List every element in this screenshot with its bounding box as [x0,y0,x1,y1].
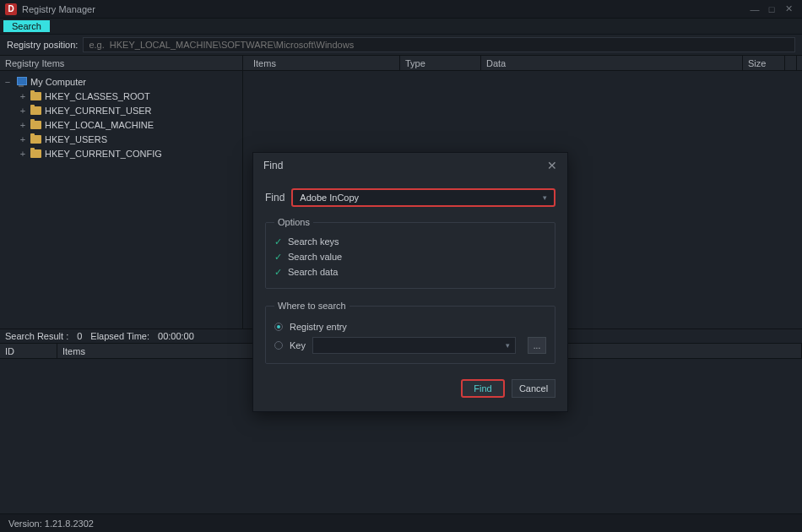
version-label: Version: [8,518,42,529]
check-icon: ✓ [274,252,283,263]
tree-item-hkcr[interactable]: + HKEY_CLASSES_ROOT [3,89,239,103]
pathbar: Registry position: [0,35,802,55]
expand-icon[interactable]: + [19,134,27,144]
window-title: Registry Manager [22,4,95,14]
tree-item-label: HKEY_USERS [45,134,107,144]
folder-icon [30,121,41,129]
app-icon: D [5,3,17,15]
registry-position-label: Registry position: [7,40,78,50]
checkbox-search-value[interactable]: ✓ Search value [274,249,546,264]
radio-icon [274,323,283,331]
version-value: 1.21.8.2302 [45,518,94,529]
tree-item-hku[interactable]: + HKEY_USERS [3,132,239,146]
maximize-button[interactable]: □ [763,4,780,14]
col-type[interactable]: Type [400,56,481,71]
folder-icon [30,149,41,158]
options-fieldset: Options ✓ Search keys ✓ Search value ✓ S… [265,217,555,289]
col-size[interactable]: Size [743,56,785,71]
find-label: Find [265,192,284,204]
tree-item-hkcu[interactable]: + HKEY_CURRENT_USER [3,103,239,117]
computer-icon [15,77,27,87]
registry-tree: Registry Items − My Computer + HKEY_CLAS… [0,56,243,328]
expand-icon[interactable]: + [19,120,27,130]
tabbar: Search [0,19,802,35]
result-col-id[interactable]: ID [0,344,57,358]
radio-label: Registry entry [290,322,347,332]
find-button[interactable]: Find [461,379,505,398]
where-legend: Where to search [274,301,350,311]
tree-item-label: HKEY_CURRENT_CONFIG [45,149,162,159]
folder-icon [30,92,41,100]
statusbar: Version: 1.21.8.2302 [0,513,802,532]
dialog-buttons: Find Cancel [265,376,555,403]
col-spacer [785,56,797,71]
tree-item-hklm[interactable]: + HKEY_LOCAL_MACHINE [3,117,239,132]
find-value: Adobe InCopy [300,193,359,203]
check-icon: ✓ [274,267,283,278]
col-data[interactable]: Data [481,56,743,71]
search-result-label: Search Result : [5,331,68,341]
close-window-button[interactable]: ✕ [780,3,797,14]
checkbox-label: Search value [288,252,342,262]
tree-item-label: HKEY_CURRENT_USER [45,106,152,116]
checkbox-search-keys[interactable]: ✓ Search keys [274,234,546,249]
tree-item-hkcc[interactable]: + HKEY_CURRENT_CONFIG [3,146,239,160]
registry-position-input[interactable] [83,37,795,52]
key-picker-button[interactable]: ... [528,337,546,354]
elapsed-time-label: Elapsed Time: [90,331,149,341]
chevron-down-icon[interactable]: ▾ [543,193,547,202]
collapse-icon[interactable]: − [3,77,12,87]
titlebar: D Registry Manager — □ ✕ [0,0,802,19]
check-icon: ✓ [274,236,283,247]
list-header: Items Type Data Size [243,56,802,71]
key-select[interactable]: ▾ [312,337,516,354]
folder-icon [30,135,41,144]
tree-item-label: HKEY_LOCAL_MACHINE [45,120,154,130]
tree-header: Registry Items [0,56,242,71]
dialog-close-icon[interactable]: ✕ [547,159,557,172]
dialog-title: Find [263,160,283,171]
checkbox-label: Search data [288,267,338,277]
radio-registry-entry[interactable]: Registry entry [274,318,546,336]
minimize-button[interactable]: — [746,4,763,14]
tree-item-label: HKEY_CLASSES_ROOT [45,91,150,101]
expand-icon[interactable]: + [19,149,27,159]
radio-key[interactable]: Key ▾ ... [274,336,546,355]
find-dialog: Find ✕ Find Adobe InCopy ▾ Options ✓ Sea… [252,152,568,412]
where-fieldset: Where to search Registry entry Key ▾ ... [265,301,555,364]
dialog-titlebar: Find ✕ [253,153,567,178]
checkbox-search-data[interactable]: ✓ Search data [274,264,546,280]
search-result-count: 0 [77,331,82,341]
chevron-down-icon[interactable]: ▾ [506,341,510,350]
col-items[interactable]: Items [248,56,400,71]
folder-icon [30,106,41,115]
tab-search[interactable]: Search [3,20,50,32]
radio-label: Key [290,340,306,350]
checkbox-label: Search keys [288,236,339,247]
tree-body: − My Computer + HKEY_CLASSES_ROOT + HKEY… [0,71,242,164]
expand-icon[interactable]: + [19,106,27,116]
tree-root[interactable]: − My Computer [3,74,239,89]
cancel-button[interactable]: Cancel [512,379,555,398]
expand-icon[interactable]: + [19,91,27,101]
find-input[interactable]: Adobe InCopy ▾ [291,188,555,207]
options-legend: Options [274,217,313,227]
elapsed-time-value: 00:00:00 [158,331,194,341]
find-row: Find Adobe InCopy ▾ [265,188,555,207]
tree-root-label: My Computer [30,77,86,87]
radio-icon [274,341,283,350]
